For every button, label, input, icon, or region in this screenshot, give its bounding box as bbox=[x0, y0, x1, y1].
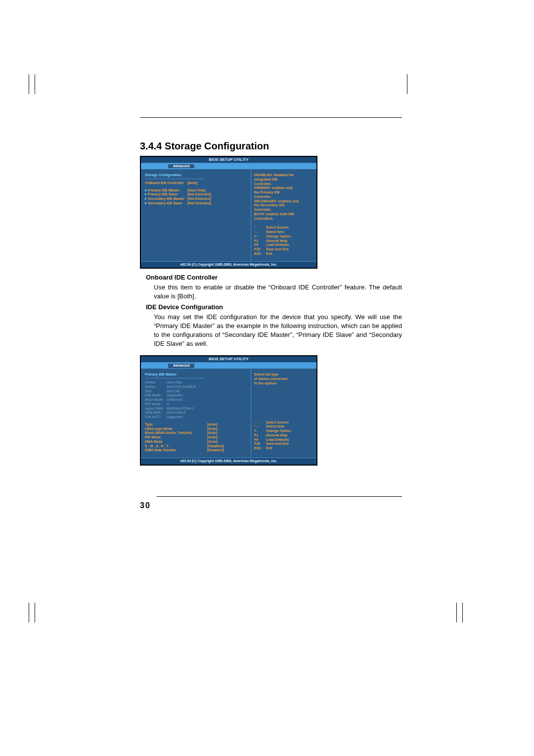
bios-info-key: Block Mode bbox=[145, 398, 166, 402]
bios-row-label: Primary IDE Master bbox=[145, 189, 187, 193]
description-block: Onboard IDE Controller Use this item to … bbox=[140, 274, 402, 348]
bios-info-val: :4 bbox=[166, 402, 199, 407]
bios-row-value: [Auto] bbox=[207, 427, 227, 431]
desc-heading-ide-device: IDE Device Configuration bbox=[146, 303, 402, 311]
bios-info-key: S.M.A.R.T. bbox=[145, 415, 166, 420]
bios-help-line: Controller. bbox=[254, 195, 313, 199]
bios-row-label: Block (Multi-Sector Transfer) bbox=[145, 431, 207, 435]
bios-row-value: [Not Detected] bbox=[187, 201, 214, 206]
crop-mark bbox=[398, 74, 418, 94]
bios-left-pane: Storage Configuration OnBoard IDE Contro… bbox=[141, 169, 251, 261]
bios-help-line: BOTH: enables both IDE bbox=[254, 212, 313, 217]
bios-help-line: the Secondary IDE bbox=[254, 203, 313, 208]
bios-tab-advanced: Advanced bbox=[168, 164, 194, 169]
bios-screenshot-primary-ide: BIOS SETUP UTILITY Advanced Primary IDE … bbox=[140, 355, 317, 466]
desc-text-ide-device: You may set the IDE configuration for th… bbox=[154, 313, 402, 349]
bios-pane-heading: Primary IDE Master bbox=[145, 373, 247, 377]
bios-help-line: DISABLED: disables the bbox=[254, 173, 313, 178]
desc-heading-onboard: Onboard IDE Controller bbox=[146, 274, 402, 281]
crop-mark bbox=[447, 603, 467, 622]
bios-help-line: PRIMARY: enables only bbox=[254, 186, 313, 190]
bios-help-line: SECONDARY: enables only bbox=[254, 199, 313, 204]
bios-help-pane: DISABLED: disables the integrated IDE Co… bbox=[251, 169, 316, 261]
bios-row-value: [Auto] bbox=[207, 423, 227, 427]
bios-row-value: [Both] bbox=[187, 181, 214, 186]
bios-info-val: :80.0 GB bbox=[166, 389, 199, 394]
bios-info-key: Size bbox=[145, 389, 166, 394]
bios-help-line: Controllers. bbox=[254, 217, 313, 221]
bios-row-label: PIO Mode bbox=[145, 435, 207, 440]
bios-menu-bar: Advanced bbox=[141, 363, 316, 369]
bios-help-line: to the system. bbox=[254, 381, 313, 386]
bios-info-key: Async DMA bbox=[145, 407, 166, 411]
bios-help-line: Controller. bbox=[254, 182, 313, 187]
desc-text-onboard: Use this item to enable or disable the “… bbox=[154, 283, 402, 301]
bios-row-label: Secondary IDE Master bbox=[145, 197, 187, 201]
bios-pane-heading: Storage Configuration bbox=[145, 173, 247, 178]
bios-nav-keys: ← →Select Screen ↑ ↓Select Item +-Change… bbox=[254, 421, 313, 451]
bios-row-label: S . M . A . R . T . bbox=[145, 444, 207, 449]
bios-info-key: Ultra DMA bbox=[145, 411, 166, 415]
bios-help-line: the Primary IDE bbox=[254, 190, 313, 195]
bios-row-value: [Not Detected] bbox=[187, 192, 214, 197]
bios-left-pane: Primary IDE Master Device:Hard Disk Vend… bbox=[141, 369, 251, 458]
section-title: 3.4.4 Storage Configuration bbox=[140, 141, 402, 152]
bios-tab-advanced: Advanced bbox=[168, 364, 194, 368]
bios-footer: v02.54 (C) Copyright 1985-2003, American… bbox=[141, 261, 316, 268]
section-number: 3.4.4 bbox=[140, 141, 162, 151]
bios-info-val: :Supported bbox=[166, 393, 199, 398]
bios-row-label: 32Bit Data Transfer bbox=[145, 448, 207, 453]
bios-row-value: [Disabled] bbox=[207, 448, 227, 453]
bios-title: BIOS SETUP UTILITY bbox=[141, 157, 316, 163]
page-content: 3.4.4 Storage Configuration BIOS SETUP U… bbox=[140, 117, 402, 510]
bios-info-key: Vendor bbox=[145, 385, 166, 389]
bios-info-val: :MAXTOR 6L080J4 bbox=[166, 385, 199, 389]
bios-row-value: [Disabled] bbox=[207, 444, 227, 449]
bios-info-key: LBA Mode bbox=[145, 393, 166, 398]
crop-mark bbox=[20, 603, 40, 622]
bios-row-label: OnBoard IDE Controller bbox=[145, 181, 187, 186]
bios-info-val: :Ultra DMA-6 bbox=[166, 411, 199, 415]
footer-rule: 30 bbox=[140, 483, 402, 510]
bios-screenshot-storage: BIOS SETUP UTILITY Advanced Storage Conf… bbox=[140, 156, 317, 269]
bios-row-label: Secondary IDE Slave bbox=[145, 201, 187, 206]
bios-row-label: Type bbox=[145, 423, 207, 427]
bios-info-val: :16Sectors bbox=[166, 398, 199, 402]
bios-row-label: LBA/Large Mode bbox=[145, 427, 207, 431]
bios-row-label: DMA Mode bbox=[145, 440, 207, 444]
section-heading: Storage Configuration bbox=[165, 141, 269, 151]
bios-info-val: :MultiWord DMA-2 bbox=[166, 407, 199, 411]
bios-nav-keys: ← →Select Screen ↑ ↓Select Item +-Change… bbox=[254, 226, 313, 256]
bios-row-value: [Not Detected] bbox=[187, 197, 214, 201]
bios-info-val: :Supported bbox=[166, 415, 199, 420]
crop-mark bbox=[20, 74, 40, 94]
header-rule bbox=[140, 117, 402, 118]
bios-info-table: Device:Hard Disk Vendor:MAXTOR 6L080J4 S… bbox=[145, 380, 199, 420]
bios-help-pane: Select the type of device connected to t… bbox=[251, 369, 316, 458]
bios-row-value: [Auto] bbox=[207, 440, 227, 444]
bios-help-line: Select the type bbox=[254, 373, 313, 377]
bios-row-value: [Auto] bbox=[207, 431, 227, 435]
bios-title: BIOS SETUP UTILITY bbox=[141, 356, 316, 363]
bios-row-label: Primary IDE Slave bbox=[145, 192, 187, 197]
bios-menu-bar: Advanced bbox=[141, 163, 316, 169]
bios-info-key: Device bbox=[145, 380, 166, 385]
bios-row-value: [Auto] bbox=[207, 435, 227, 440]
bios-footer: v02.54 (C) Copyright 1985-2003, American… bbox=[141, 458, 316, 465]
bios-help-line: integrated IDE bbox=[254, 178, 313, 182]
page-number: 30 bbox=[140, 501, 151, 510]
bios-row-value: [Hard Disk] bbox=[187, 189, 214, 193]
bios-info-key: PIO Mode bbox=[145, 402, 166, 407]
bios-help-line: Controller. bbox=[254, 208, 313, 212]
bios-info-val: :Hard Disk bbox=[166, 380, 199, 385]
bios-help-line: of device connected bbox=[254, 377, 313, 381]
